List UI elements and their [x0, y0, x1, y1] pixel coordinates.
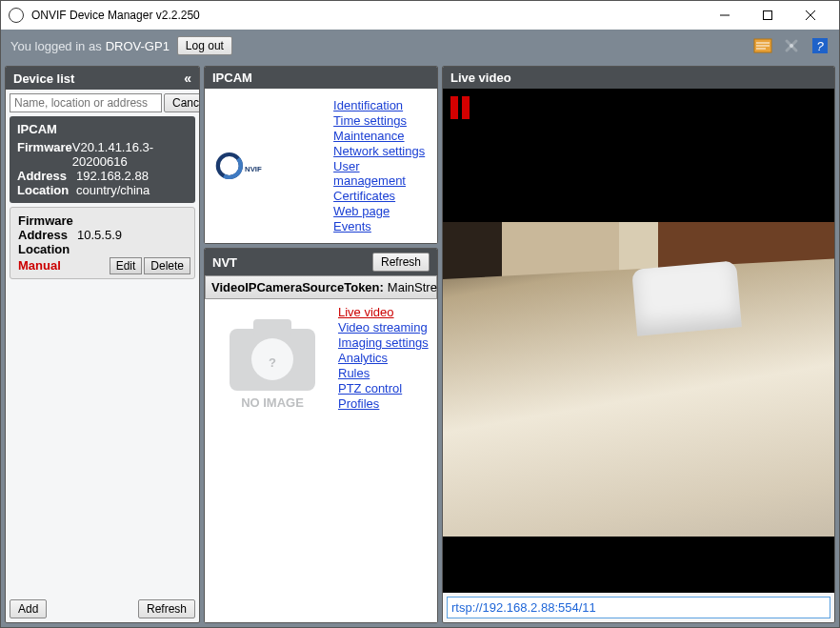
minimize-button[interactable]: [703, 1, 746, 30]
link-live-video[interactable]: Live video: [338, 305, 429, 319]
live-video-header: Live video: [443, 67, 834, 89]
main-content: Device list « Cancel IPCAM FirmwareV20.1…: [1, 62, 839, 627]
add-device-button[interactable]: Add: [10, 599, 47, 618]
onvif-logo: NVIF: [210, 98, 330, 233]
no-image-placeholder: ? NO IMAGE: [210, 305, 334, 419]
device-card[interactable]: Firmware Address10.5.5.9 Location Manual…: [10, 207, 195, 279]
log-icon[interactable]: [753, 36, 772, 55]
nvt-header: NVT Refresh: [205, 249, 437, 275]
svg-rect-12: [253, 319, 291, 336]
stream-url-input[interactable]: [447, 597, 830, 618]
ipcam-panel: IPCAM NVIF Identification Time settings …: [204, 66, 438, 244]
link-ptz-control[interactable]: PTZ control: [338, 381, 429, 395]
login-bar: You logged in as DROV-GP1 Log out ?: [1, 30, 839, 62]
ipcam-links: Identification Time settings Maintenance…: [330, 98, 431, 233]
svg-text:NVIF: NVIF: [245, 165, 262, 173]
link-maintenance[interactable]: Maintenance: [333, 129, 431, 143]
link-certificates[interactable]: Certificates: [333, 189, 431, 203]
ipcam-title: IPCAM: [212, 71, 430, 85]
link-video-streaming[interactable]: Video streaming: [338, 320, 429, 334]
device-list-panel: Device list « Cancel IPCAM FirmwareV20.1…: [5, 66, 200, 623]
link-imaging-settings[interactable]: Imaging settings: [338, 335, 429, 350]
link-network-settings[interactable]: Network settings: [333, 144, 431, 158]
link-analytics[interactable]: Analytics: [338, 351, 429, 365]
titlebar: ONVIF Device Manager v2.2.250: [1, 1, 839, 30]
login-prefix: You logged in as: [10, 39, 102, 53]
device-search-input[interactable]: [10, 93, 162, 112]
video-frame: [443, 222, 834, 537]
link-user-management[interactable]: User management: [333, 159, 431, 188]
svg-text:?: ?: [269, 355, 276, 370]
nvt-refresh-button[interactable]: Refresh: [372, 253, 430, 272]
svg-text:?: ?: [816, 39, 824, 53]
device-name: IPCAM: [17, 122, 188, 136]
token-key: VideoIPCameraSourceToken:: [211, 280, 384, 294]
login-user: DROV-GP1: [106, 39, 170, 53]
app-icon: [9, 8, 24, 23]
svg-point-5: [790, 44, 793, 48]
collapse-icon[interactable]: «: [184, 71, 191, 86]
nvt-panel: NVT Refresh VideoIPCameraSourceToken: Ma…: [204, 248, 438, 623]
link-profiles[interactable]: Profiles: [338, 396, 429, 411]
delete-device-button[interactable]: Delete: [144, 257, 190, 274]
link-identification[interactable]: Identification: [333, 98, 431, 112]
search-cancel-button[interactable]: Cancel: [164, 93, 200, 112]
edit-device-button[interactable]: Edit: [110, 257, 143, 274]
svg-rect-1: [763, 11, 771, 20]
token-row[interactable]: VideoIPCameraSourceToken: MainStreamProf…: [205, 275, 437, 299]
live-video-view[interactable]: [443, 89, 834, 593]
logout-button[interactable]: Log out: [177, 36, 232, 55]
token-value: MainStreamProfile: [388, 280, 438, 294]
device-card-active[interactable]: IPCAM FirmwareV20.1.41.16.3-20200616 Add…: [10, 116, 195, 203]
settings-icon[interactable]: [782, 36, 801, 55]
svg-text:NO IMAGE: NO IMAGE: [241, 395, 304, 410]
link-rules[interactable]: Rules: [338, 366, 429, 380]
live-video-title: Live video: [450, 71, 827, 85]
help-icon[interactable]: ?: [810, 36, 830, 55]
live-video-panel: Live video: [442, 66, 835, 623]
pause-icon[interactable]: [450, 96, 470, 119]
device-list-header: Device list «: [6, 67, 199, 90]
maximize-button[interactable]: [746, 1, 789, 30]
device-list-title: Device list: [13, 71, 184, 86]
link-time-settings[interactable]: Time settings: [333, 113, 431, 128]
link-events[interactable]: Events: [333, 219, 431, 233]
link-web-page[interactable]: Web page: [333, 204, 431, 218]
refresh-devices-button[interactable]: Refresh: [138, 599, 195, 618]
nvt-links: Live video Video streaming Imaging setti…: [334, 305, 429, 617]
window-title: ONVIF Device Manager v2.2.250: [31, 9, 703, 22]
ipcam-header: IPCAM: [205, 67, 437, 89]
close-button[interactable]: [789, 1, 831, 30]
nvt-title: NVT: [212, 255, 372, 270]
